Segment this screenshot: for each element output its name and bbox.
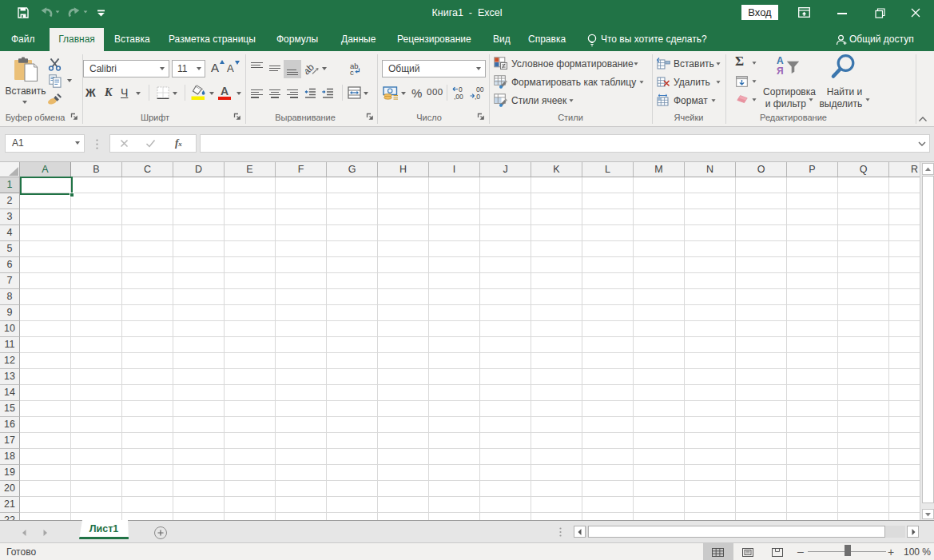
svg-text:,00: ,00 [454, 93, 463, 101]
svg-text:ab: ab [305, 62, 316, 75]
svg-text:,0: ,0 [475, 93, 480, 101]
svg-text:c: c [350, 68, 354, 76]
